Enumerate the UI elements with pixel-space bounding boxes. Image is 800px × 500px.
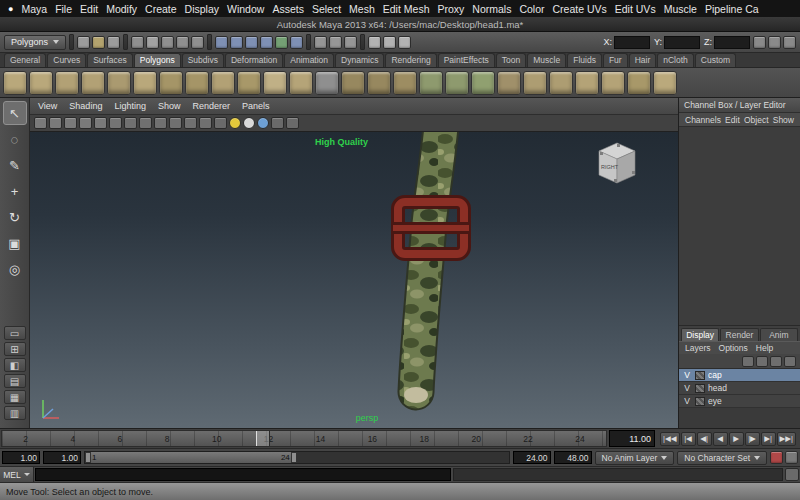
new-layer-from-selected-button[interactable]	[756, 356, 768, 367]
shelf-tab[interactable]: Hair	[629, 53, 657, 67]
move-tool[interactable]: +	[3, 179, 27, 203]
single-pane-layout-button[interactable]: ▭	[4, 326, 26, 340]
status-group-divider[interactable]	[123, 34, 128, 50]
auto-keyframe-button[interactable]	[770, 451, 783, 464]
menubar-item[interactable]: Create	[145, 3, 177, 15]
lasso-tool[interactable]: ◌	[3, 127, 27, 151]
frame-all-icon[interactable]	[214, 117, 227, 129]
status-group-divider[interactable]	[207, 34, 212, 50]
show-attribute-editor-icon[interactable]	[753, 36, 766, 49]
xray-icon[interactable]	[271, 117, 284, 129]
time-slider[interactable]: 24681012141618202224	[1, 430, 607, 447]
menubar-item[interactable]: Modify	[106, 3, 137, 15]
open-scene-icon[interactable]	[92, 36, 105, 49]
hypershade-persp-layout-button[interactable]: ▦	[4, 390, 26, 404]
select-tool[interactable]: ↖	[3, 101, 27, 125]
layer-editor-tab[interactable]: Anim	[760, 328, 798, 341]
snap-to-curve-icon[interactable]	[230, 36, 243, 49]
smooth-shade-icon[interactable]	[243, 117, 255, 129]
safe-title-icon[interactable]	[199, 117, 212, 129]
split-polygon-icon[interactable]	[601, 71, 625, 95]
menubar-item[interactable]: Edit UVs	[615, 3, 656, 15]
poly-helix-icon[interactable]	[237, 71, 261, 95]
menubar-item[interactable]: Maya	[21, 3, 47, 15]
lighting-icon[interactable]	[229, 117, 241, 129]
step-forward-key-button[interactable]: |▶	[745, 432, 760, 446]
command-line-language-button[interactable]: MEL	[0, 467, 34, 482]
scale-tool[interactable]: ▣	[3, 231, 27, 255]
layer-editor-tab[interactable]: Render	[720, 328, 758, 341]
layer-row[interactable]: V eye	[679, 395, 800, 408]
viewport-3d[interactable]: High Quality persp RIGHT	[30, 132, 678, 428]
field-chart-icon[interactable]	[169, 117, 182, 129]
reduce-icon[interactable]	[497, 71, 521, 95]
panel-menu-item[interactable]: Renderer	[192, 101, 230, 111]
shelf-tab[interactable]: Rendering	[385, 53, 436, 67]
playback-end-field[interactable]	[513, 451, 551, 464]
menubar-item[interactable]: Mesh	[349, 3, 375, 15]
panel-menu-item[interactable]: Shading	[69, 101, 102, 111]
panel-menu-item[interactable]: Show	[158, 101, 181, 111]
poly-sphere-icon[interactable]	[3, 71, 27, 95]
camera-attributes-icon[interactable]	[64, 117, 77, 129]
channel-box-body[interactable]	[679, 127, 800, 326]
append-polygon-icon[interactable]	[575, 71, 599, 95]
snap-to-grid-icon[interactable]	[215, 36, 228, 49]
make-live-icon[interactable]	[275, 36, 288, 49]
shelf-tab[interactable]: Polygons	[134, 53, 181, 67]
safe-action-icon[interactable]	[184, 117, 197, 129]
highlight-selection-icon[interactable]	[191, 36, 204, 49]
select-by-hierarchy-icon[interactable]	[131, 36, 144, 49]
menubar-item[interactable]: Pipeline Ca	[705, 3, 759, 15]
menubar-item[interactable]: Display	[185, 3, 219, 15]
poly-cone-icon[interactable]	[81, 71, 105, 95]
rotate-tool[interactable]: ↻	[3, 205, 27, 229]
film-gate-icon[interactable]	[124, 117, 137, 129]
poly-cube-icon[interactable]	[29, 71, 53, 95]
show-channel-box-icon[interactable]	[783, 36, 796, 49]
extrude-icon[interactable]	[523, 71, 547, 95]
boolean-difference-icon[interactable]	[445, 71, 469, 95]
channel-box-menu-item[interactable]: Object	[744, 115, 769, 125]
lock-selection-icon[interactable]	[176, 36, 189, 49]
layer-color-swatch[interactable]	[695, 371, 705, 380]
paint-selection-tool[interactable]: ✎	[3, 153, 27, 177]
step-back-key-button[interactable]: ◀|	[697, 432, 712, 446]
menubar-item[interactable]: Select	[312, 3, 341, 15]
select-camera-icon[interactable]	[34, 117, 47, 129]
gate-mask-icon[interactable]	[154, 117, 167, 129]
range-slider[interactable]: 1 24	[84, 451, 510, 464]
step-back-frame-button[interactable]: |◀	[681, 432, 696, 446]
animation-start-field[interactable]	[2, 451, 40, 464]
menubar-item[interactable]: Edit Mesh	[383, 3, 430, 15]
shelf-tab[interactable]: Fluids	[567, 53, 602, 67]
layer-editor-menu-item[interactable]: Help	[756, 343, 773, 353]
lock-camera-icon[interactable]	[49, 117, 62, 129]
menubar-item[interactable]: Assets	[272, 3, 304, 15]
coordinate-input[interactable]	[614, 36, 650, 49]
sculpt-tool-icon[interactable]	[315, 71, 339, 95]
shelf-tab[interactable]: Muscle	[527, 53, 566, 67]
poly-plane-icon[interactable]	[107, 71, 131, 95]
construction-history-icon[interactable]	[344, 36, 357, 49]
current-time-input[interactable]	[609, 430, 655, 447]
shelf-tab[interactable]: PaintEffects	[438, 53, 495, 67]
poly-cylinder-icon[interactable]	[55, 71, 79, 95]
anim-layer-dropdown[interactable]: No Anim Layer	[595, 451, 675, 465]
panel-menu-item[interactable]: View	[38, 101, 57, 111]
go-to-start-button[interactable]: |◀◀	[660, 432, 679, 446]
save-scene-icon[interactable]	[107, 36, 120, 49]
status-group-divider[interactable]	[306, 34, 311, 50]
four-pane-layout-button[interactable]: ⊞	[4, 342, 26, 356]
script-editor-icon[interactable]	[785, 468, 799, 481]
channel-box-menu-item[interactable]: Edit	[725, 115, 740, 125]
boolean-union-icon[interactable]	[419, 71, 443, 95]
poly-prism-icon[interactable]	[159, 71, 183, 95]
output-connections-icon[interactable]	[329, 36, 342, 49]
render-settings-icon[interactable]	[398, 36, 411, 49]
move-layer-up-button[interactable]	[770, 356, 782, 367]
shelf-tab[interactable]: Toon	[496, 53, 526, 67]
playback-start-field[interactable]	[43, 451, 81, 464]
bookmark-icon[interactable]	[79, 117, 92, 129]
snap-together-icon[interactable]	[290, 36, 303, 49]
